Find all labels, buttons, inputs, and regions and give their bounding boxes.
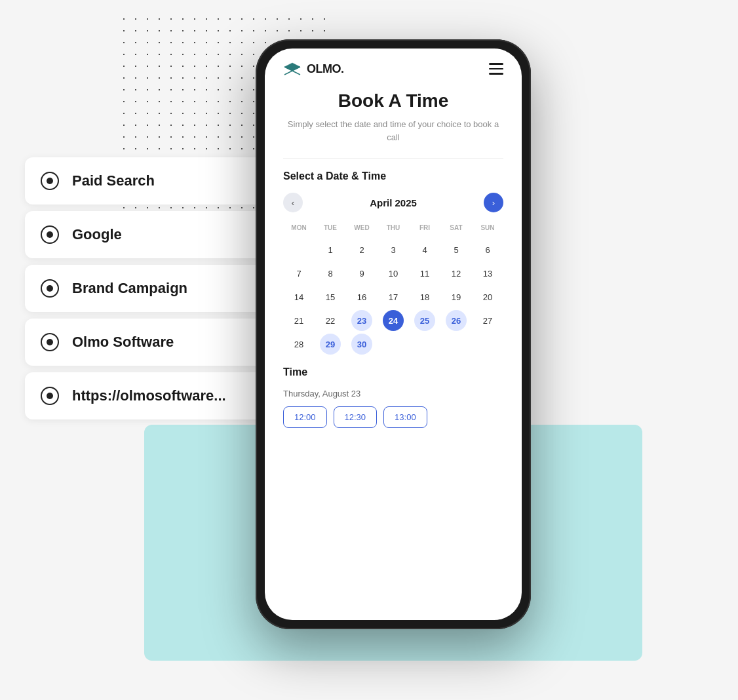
cal-cell-21[interactable]: 21 [288, 310, 309, 331]
cal-cell-empty [477, 334, 498, 355]
calendar-month: April 2025 [370, 197, 417, 208]
cal-cell-8[interactable]: 8 [320, 263, 341, 284]
list-item-label: Brand Campaign [72, 280, 187, 297]
phone-header: OLMO. [265, 49, 522, 84]
cal-cell-14[interactable]: 14 [288, 286, 309, 307]
phone-screen: OLMO. Book A Time Simply select the date… [265, 49, 522, 620]
day-header-sun: SUN [472, 222, 503, 234]
list-item[interactable]: Paid Search [25, 157, 281, 204]
list-item[interactable]: Google [25, 211, 281, 258]
time-section: Time Thursday, August 23 12:00 12:30 13:… [283, 366, 503, 428]
time-slot-1230[interactable]: 12:30 [334, 406, 378, 428]
day-header-fri: FRI [409, 222, 440, 234]
cal-cell-20[interactable]: 20 [477, 286, 498, 307]
phone-mockup: OLMO. Book A Time Simply select the date… [256, 39, 531, 629]
cal-cell-empty [288, 239, 309, 260]
cal-cell-18[interactable]: 18 [414, 286, 435, 307]
cal-cell-13[interactable]: 13 [477, 263, 498, 284]
list-item-label: https://olmosoftware... [72, 387, 226, 404]
list-item-label: Olmo Software [72, 334, 174, 351]
calendar-section-label: Select a Date & Time [283, 170, 503, 182]
cal-cell-1[interactable]: 1 [320, 239, 341, 260]
cal-cell-24[interactable]: 24 [383, 310, 404, 331]
cal-cell-9[interactable]: 9 [351, 263, 372, 284]
logo-text: OLMO. [307, 62, 344, 76]
calendar-row: 7 8 9 10 11 12 13 [283, 263, 503, 284]
list-item[interactable]: Olmo Software [25, 319, 281, 366]
cal-cell-4[interactable]: 4 [414, 239, 435, 260]
cal-cell-16[interactable]: 16 [351, 286, 372, 307]
calendar-row: 21 22 23 24 25 26 27 [283, 310, 503, 331]
list-item-label: Paid Search [72, 172, 155, 189]
list-item-label: Google [72, 226, 122, 243]
cal-cell-6[interactable]: 6 [477, 239, 498, 260]
list-item[interactable]: Brand Campaign [25, 265, 281, 312]
cal-cell-5[interactable]: 5 [446, 239, 467, 260]
cal-cell-empty [446, 334, 467, 355]
cal-cell-29[interactable]: 29 [320, 334, 341, 355]
cal-cell-28[interactable]: 28 [288, 334, 309, 355]
hamburger-menu-icon[interactable] [489, 63, 503, 75]
cal-cell-19[interactable]: 19 [446, 286, 467, 307]
phone-content: Book A Time Simply select the date and t… [265, 84, 522, 620]
day-header-mon: MON [283, 222, 315, 234]
cal-cell-7[interactable]: 7 [288, 263, 309, 284]
book-subtitle: Simply select the date and time of your … [283, 118, 503, 144]
calendar-row: 28 29 30 [283, 334, 503, 355]
calendar-row: 1 2 3 4 5 6 [283, 239, 503, 260]
time-date: Thursday, August 23 [283, 389, 503, 399]
calendar-row: 14 15 16 17 18 19 20 [283, 286, 503, 307]
cal-cell-12[interactable]: 12 [446, 263, 467, 284]
cal-cell-empty [383, 334, 404, 355]
cal-cell-22[interactable]: 22 [320, 310, 341, 331]
cal-cell-23[interactable]: 23 [351, 310, 372, 331]
cal-cell-3[interactable]: 3 [383, 239, 404, 260]
day-header-wed: WED [346, 222, 378, 234]
radio-icon-olmo-software [41, 333, 59, 351]
next-month-button[interactable]: › [484, 193, 503, 212]
cal-cell-11[interactable]: 11 [414, 263, 435, 284]
divider [283, 158, 503, 159]
radio-icon-paid-search [41, 172, 59, 190]
cal-cell-30[interactable]: 30 [351, 334, 372, 355]
list-item[interactable]: https://olmosoftware... [25, 372, 281, 419]
cal-cell-27[interactable]: 27 [477, 310, 498, 331]
cal-cell-empty [414, 334, 435, 355]
time-section-label: Time [283, 366, 503, 378]
olmo-logo-icon [283, 62, 301, 76]
prev-month-button[interactable]: ‹ [283, 193, 303, 212]
radio-icon-brand-campaign [41, 279, 59, 298]
list-panel: Paid Search Google Brand Campaign Olmo S… [25, 157, 281, 419]
logo-area: OLMO. [283, 62, 344, 76]
book-title: Book A Time [283, 90, 503, 111]
cal-cell-10[interactable]: 10 [383, 263, 404, 284]
cal-cell-26[interactable]: 26 [446, 310, 467, 331]
calendar-nav: ‹ April 2025 › [283, 193, 503, 212]
radio-icon-google [41, 225, 59, 244]
phone-outer: OLMO. Book A Time Simply select the date… [256, 39, 531, 629]
cal-cell-15[interactable]: 15 [320, 286, 341, 307]
time-slot-1200[interactable]: 12:00 [283, 406, 327, 428]
radio-icon-olmo-url [41, 387, 59, 405]
cal-cell-25[interactable]: 25 [414, 310, 435, 331]
cal-cell-2[interactable]: 2 [351, 239, 372, 260]
day-header-tue: TUE [315, 222, 346, 234]
time-slots-container: 12:00 12:30 13:00 [283, 406, 503, 428]
calendar-grid: MON TUE WED THU FRI SAT SUN 1 2 3 [283, 222, 503, 355]
time-slot-1300[interactable]: 13:00 [383, 406, 427, 428]
cal-cell-17[interactable]: 17 [383, 286, 404, 307]
calendar-header-row: MON TUE WED THU FRI SAT SUN [283, 222, 503, 234]
day-header-thu: THU [378, 222, 409, 234]
day-header-sat: SAT [440, 222, 472, 234]
